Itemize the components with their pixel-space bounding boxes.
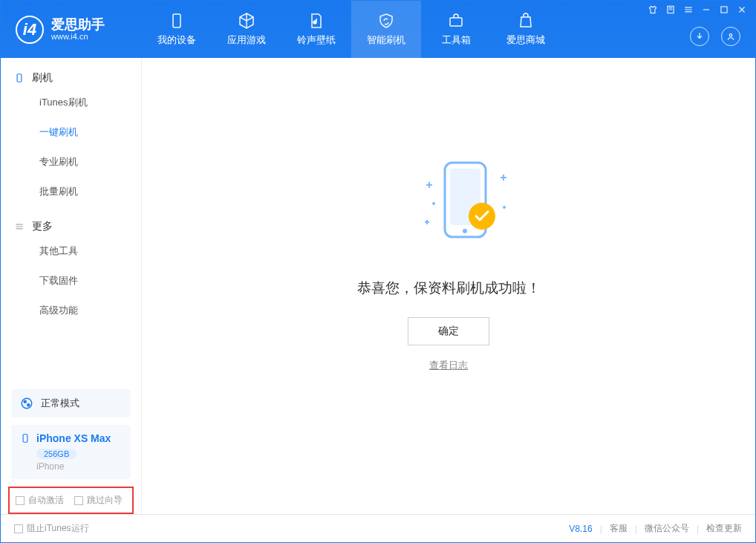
- download-button[interactable]: [690, 27, 709, 46]
- mode-card[interactable]: 正常模式: [11, 389, 131, 417]
- sidebar-section-flash: 刷机: [1, 58, 141, 88]
- view-log-link[interactable]: 查看日志: [429, 359, 468, 372]
- svg-rect-5: [17, 74, 22, 82]
- sidebar-item-other-tools[interactable]: 其他工具: [1, 236, 141, 266]
- device-card[interactable]: iPhone XS Max 256GB iPhone: [11, 425, 131, 479]
- checkbox-highlight: 自动激活 跳过向导: [8, 487, 134, 514]
- nav-store[interactable]: 爱思商城: [491, 1, 561, 58]
- block-itunes-checkbox[interactable]: 阻止iTunes运行: [14, 522, 89, 535]
- sidebar-section-more: 更多: [1, 207, 141, 236]
- checkbox-icon: [16, 496, 25, 505]
- svg-rect-9: [23, 435, 27, 443]
- nav-smart-flash[interactable]: 智能刷机: [351, 1, 421, 58]
- device-name-label: iPhone XS Max: [36, 432, 111, 444]
- cube-icon: [238, 12, 255, 30]
- close-icon[interactable]: [737, 4, 747, 15]
- note-icon[interactable]: [665, 4, 676, 15]
- menu-icon[interactable]: [683, 4, 694, 15]
- device-phone-icon: [20, 433, 30, 443]
- mode-icon: [20, 397, 33, 410]
- list-icon: [14, 221, 25, 232]
- auto-activate-checkbox[interactable]: 自动激活: [16, 494, 64, 507]
- minimize-icon[interactable]: [701, 4, 711, 15]
- svg-point-8: [27, 404, 30, 406]
- success-message: 恭喜您，保资料刷机成功啦！: [357, 279, 541, 298]
- sidebar-item-advanced[interactable]: 高级功能: [1, 296, 141, 325]
- svg-point-2: [729, 33, 732, 36]
- ok-button[interactable]: 确定: [408, 317, 489, 345]
- checkbox-icon: [74, 496, 83, 505]
- svg-rect-0: [173, 14, 180, 27]
- device-icon: [168, 12, 186, 30]
- phone-icon: [14, 73, 25, 83]
- nav-ringtones[interactable]: 铃声壁纸: [281, 1, 351, 58]
- window-controls: [648, 4, 747, 15]
- footer-link-support[interactable]: 客服: [610, 522, 628, 535]
- maximize-icon[interactable]: [719, 4, 729, 15]
- header-bar: i4 爱思助手 www.i4.cn 我的设备 应用游戏 铃声壁纸 智能刷机 工具…: [1, 1, 755, 58]
- nav-apps-games[interactable]: 应用游戏: [212, 1, 281, 58]
- sidebar-item-download-fw[interactable]: 下载固件: [1, 266, 141, 296]
- nav-tabs: 我的设备 应用游戏 铃声壁纸 智能刷机 工具箱 爱思商城: [142, 1, 561, 58]
- skip-guide-checkbox[interactable]: 跳过向导: [74, 494, 123, 507]
- bag-icon: [517, 12, 535, 30]
- mode-label: 正常模式: [41, 397, 79, 410]
- svg-rect-1: [450, 18, 462, 26]
- footer: 阻止iTunes运行 V8.16 | 客服 | 微信公众号 | 检查更新: [1, 514, 755, 542]
- device-type-label: iPhone: [36, 461, 122, 472]
- sidebar-item-oneclick-flash[interactable]: 一键刷机: [1, 117, 141, 147]
- nav-my-device[interactable]: 我的设备: [142, 1, 212, 58]
- footer-link-wechat[interactable]: 微信公众号: [645, 522, 689, 535]
- svg-point-6: [22, 398, 32, 409]
- success-illustration: [404, 155, 493, 259]
- user-button[interactable]: [721, 27, 740, 46]
- refresh-shield-icon: [377, 12, 395, 30]
- main-content: 恭喜您，保资料刷机成功啦！ 确定 查看日志: [142, 58, 755, 514]
- nav-toolbox[interactable]: 工具箱: [421, 1, 491, 58]
- sidebar: 刷机 iTunes刷机 一键刷机 专业刷机 批量刷机 更多 其他工具 下载固件 …: [1, 58, 142, 514]
- footer-link-update[interactable]: 检查更新: [706, 522, 742, 535]
- svg-point-7: [24, 400, 26, 403]
- app-title: 爱思助手: [51, 18, 105, 33]
- checkbox-icon: [14, 524, 23, 533]
- sidebar-item-batch-flash[interactable]: 批量刷机: [1, 177, 141, 207]
- logo: i4 爱思助手 www.i4.cn: [1, 16, 142, 44]
- user-icon: [726, 31, 736, 42]
- svg-rect-4: [721, 7, 727, 13]
- music-file-icon: [307, 12, 325, 30]
- shirt-icon[interactable]: [648, 4, 658, 15]
- sidebar-item-pro-flash[interactable]: 专业刷机: [1, 147, 141, 177]
- app-url: www.i4.cn: [51, 32, 105, 41]
- logo-icon: i4: [16, 16, 44, 44]
- svg-point-14: [503, 206, 506, 209]
- download-icon: [694, 31, 705, 42]
- svg-point-12: [463, 229, 467, 233]
- sidebar-item-itunes-flash[interactable]: iTunes刷机: [1, 88, 141, 117]
- device-storage-badge: 256GB: [36, 449, 76, 459]
- svg-point-15: [432, 202, 435, 205]
- version-label: V8.16: [569, 524, 592, 534]
- toolbox-icon: [447, 12, 465, 30]
